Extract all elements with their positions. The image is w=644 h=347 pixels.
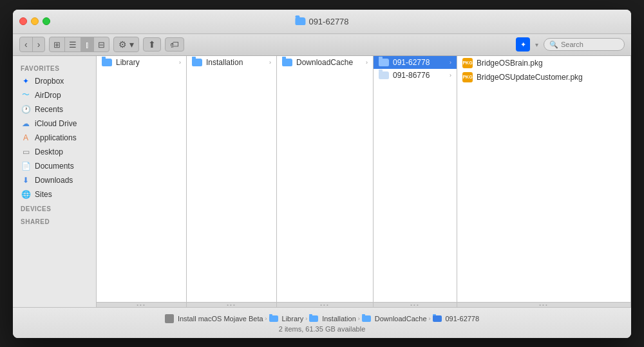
- view-mode-buttons: ⊞ ☰ ⫿ ⊟: [49, 37, 109, 52]
- recents-icon: 🕐: [21, 104, 31, 115]
- breadcrumb-item-installation[interactable]: Installation: [309, 315, 356, 323]
- sidebar-item-icloud[interactable]: ☁ iCloud Drive: [13, 117, 96, 131]
- sidebar-item-sites[interactable]: 🌐 Sites: [13, 187, 96, 202]
- downloads-icon: ⬇: [21, 175, 31, 185]
- folder-icon: [379, 71, 389, 79]
- airdrop-icon: 〜: [21, 90, 31, 100]
- list-item[interactable]: DownloadCache ›: [277, 56, 373, 69]
- traffic-lights: [19, 17, 50, 25]
- sidebar-item-dropbox[interactable]: ✦ Dropbox: [13, 74, 96, 88]
- folder-icon: [282, 59, 292, 66]
- list-item[interactable]: PKG BridgeOSUpdateCustomer.pkg: [457, 70, 630, 84]
- breadcrumb-item-downloadcache[interactable]: DownloadCache: [362, 315, 427, 323]
- nav-buttons: ‹ ›: [19, 37, 45, 52]
- breadcrumb-item-library[interactable]: Library: [269, 315, 304, 323]
- column-5: PKG BridgeOSBrain.pkg PKG BridgeOSUpdate…: [457, 56, 631, 307]
- title-folder-icon: [295, 17, 305, 25]
- sidebar: Favorites ✦ Dropbox 〜 AirDrop 🕐 Recents …: [13, 56, 97, 307]
- sidebar-item-applications[interactable]: A Applications: [13, 131, 96, 145]
- column-view-button[interactable]: ⫿: [81, 37, 94, 52]
- column-2: Installation › •••: [187, 56, 277, 307]
- hdd-icon: [165, 314, 174, 323]
- sidebar-item-desktop[interactable]: ▭ Desktop: [13, 145, 96, 159]
- pkg-icon: PKG: [462, 72, 473, 82]
- breadcrumb-chevron: ›: [358, 315, 360, 322]
- chevron-right-icon: ›: [366, 59, 368, 66]
- columns-area: Library › ••• Installation ›: [97, 56, 631, 307]
- breadcrumb-chevron: ›: [429, 315, 431, 322]
- list-item[interactable]: 091-62778 ›: [374, 56, 457, 69]
- column-4-items: 091-62778 › 091-86776 ›: [374, 56, 457, 302]
- toolbar: ‹ › ⊞ ☰ ⫿ ⊟ ⚙ ▾ ⬆ 🏷 ✦ ▾ 🔍: [13, 34, 631, 56]
- sidebar-item-recents[interactable]: 🕐 Recents: [13, 102, 96, 117]
- favorites-label: Favorites: [13, 61, 96, 74]
- resize-dots: •••: [320, 302, 329, 307]
- statusbar: Install macOS Mojave Beta › Library › In…: [13, 307, 631, 338]
- resize-dots: •••: [227, 302, 236, 307]
- breadcrumb-item-091-62778[interactable]: 091-62778: [433, 315, 480, 323]
- titlebar: 091-62778: [13, 10, 631, 34]
- column-2-items: Installation ›: [187, 56, 276, 302]
- list-item[interactable]: Library ›: [97, 56, 186, 69]
- folder-icon: [102, 59, 112, 66]
- resize-handle-1[interactable]: •••: [97, 302, 186, 307]
- dropbox-button[interactable]: ✦: [516, 37, 530, 52]
- chevron-right-icon: ›: [450, 72, 451, 79]
- sidebar-item-documents[interactable]: 📄 Documents: [13, 159, 96, 173]
- back-button[interactable]: ‹: [20, 37, 33, 52]
- search-icon: 🔍: [549, 41, 558, 49]
- resize-handle-2[interactable]: •••: [187, 302, 276, 307]
- list-item[interactable]: Installation ›: [187, 56, 276, 69]
- column-3: DownloadCache › •••: [277, 56, 374, 307]
- resize-handle-5[interactable]: •••: [457, 302, 630, 307]
- desktop-icon: ▭: [21, 147, 31, 157]
- docs-icon: 📄: [21, 161, 31, 171]
- search-box: 🔍: [544, 38, 625, 51]
- dropbox-icon: ✦: [21, 76, 31, 86]
- pkg-icon: PKG: [462, 58, 473, 68]
- resize-dots: •••: [410, 302, 419, 307]
- breadcrumb-chevron: ›: [265, 315, 267, 322]
- tag-button[interactable]: 🏷: [165, 37, 184, 52]
- icloud-icon: ☁: [21, 118, 31, 129]
- sidebar-item-airdrop[interactable]: 〜 AirDrop: [13, 88, 96, 102]
- minimize-button[interactable]: [31, 17, 39, 25]
- search-input[interactable]: [561, 41, 619, 48]
- folder-icon: [192, 59, 202, 66]
- window-title: 091-62778: [295, 17, 348, 26]
- folder-icon: [269, 315, 278, 322]
- sidebar-item-downloads[interactable]: ⬇ Downloads: [13, 173, 96, 187]
- folder-icon: [309, 315, 318, 322]
- column-1: Library › •••: [97, 56, 187, 307]
- devices-label: Devices: [13, 202, 96, 214]
- resize-dots: •••: [137, 302, 146, 307]
- maximize-button[interactable]: [43, 17, 50, 25]
- arrange-button[interactable]: ⚙ ▾: [114, 37, 138, 52]
- column-3-items: DownloadCache ›: [277, 56, 373, 302]
- chevron-right-icon: ›: [450, 59, 451, 66]
- column-4: 091-62778 › 091-86776 › •••: [374, 56, 457, 307]
- folder-icon: [379, 59, 389, 66]
- breadcrumb-item-hdd[interactable]: Install macOS Mojave Beta: [165, 314, 263, 323]
- icon-view-button[interactable]: ⊞: [50, 37, 65, 52]
- resize-dots: •••: [539, 302, 548, 307]
- breadcrumb: Install macOS Mojave Beta › Library › In…: [157, 312, 487, 325]
- close-button[interactable]: [19, 17, 27, 25]
- column-1-items: Library ›: [97, 56, 186, 302]
- dropbox-icon: ✦: [520, 41, 526, 49]
- list-view-button[interactable]: ☰: [65, 37, 81, 52]
- folder-icon: [362, 315, 371, 322]
- forward-button[interactable]: ›: [33, 37, 45, 52]
- gallery-view-button[interactable]: ⊟: [94, 37, 109, 52]
- resize-handle-3[interactable]: •••: [277, 302, 373, 307]
- share-button[interactable]: ⬆: [143, 37, 161, 52]
- folder-icon: [433, 315, 442, 322]
- status-text: 2 items, 61.35 GB available: [279, 325, 366, 333]
- apps-icon: A: [21, 133, 31, 143]
- list-item[interactable]: PKG BridgeOSBrain.pkg: [457, 56, 630, 70]
- dropbox-chevron: ▾: [535, 41, 538, 48]
- list-item[interactable]: 091-86776 ›: [374, 69, 457, 82]
- chevron-right-icon: ›: [179, 59, 181, 66]
- finder-window: 091-62778 ‹ › ⊞ ☰ ⫿ ⊟ ⚙ ▾ ⬆ 🏷 ✦ ▾ 🔍: [13, 10, 631, 338]
- resize-handle-4[interactable]: •••: [374, 302, 457, 307]
